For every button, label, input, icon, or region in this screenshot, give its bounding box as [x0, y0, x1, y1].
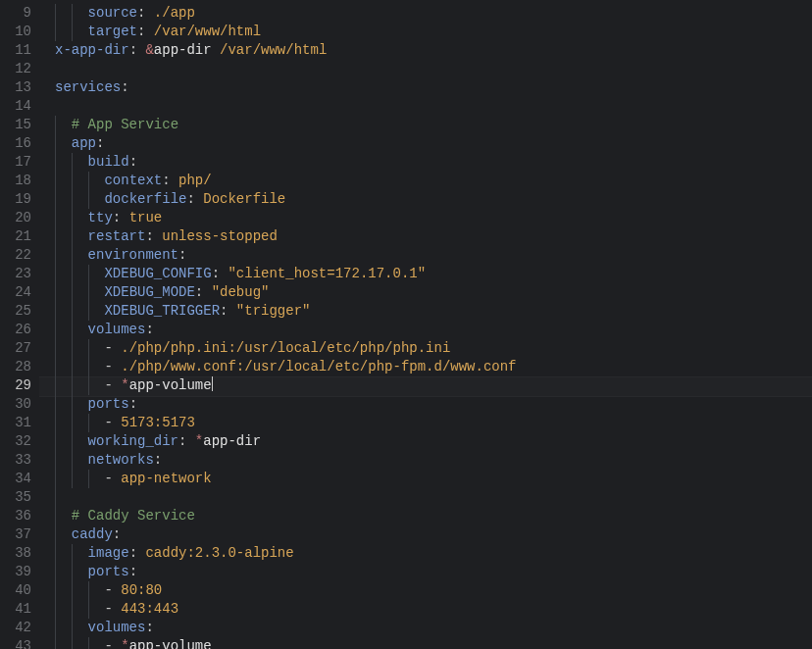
line-number: 14	[0, 97, 39, 116]
code-line[interactable]: networks:	[39, 451, 812, 470]
code-line[interactable]	[39, 488, 812, 507]
code-line[interactable]: - *app-volume	[39, 637, 812, 649]
code-line[interactable]: restart: unless-stopped	[39, 227, 812, 246]
line-number: 19	[0, 190, 39, 209]
code-line[interactable]: - app-network	[39, 470, 812, 488]
code-content[interactable]: source: ./app target: /var/www/htmlx-app…	[39, 0, 812, 649]
line-number: 11	[0, 41, 39, 60]
code-line[interactable]: tty: true	[39, 209, 812, 227]
code-line[interactable]	[39, 60, 812, 78]
line-number: 26	[0, 321, 39, 339]
line-number-gutter: 9101112131415161718192021222324252627282…	[0, 0, 39, 649]
line-number: 40	[0, 581, 39, 600]
line-number: 27	[0, 339, 39, 358]
line-number: 16	[0, 134, 39, 153]
line-number: 43	[0, 637, 39, 649]
line-number: 21	[0, 227, 39, 246]
line-number: 29	[0, 376, 39, 395]
code-line[interactable]: image: caddy:2.3.0-alpine	[39, 544, 812, 563]
code-line[interactable]: # Caddy Service	[39, 507, 812, 525]
code-line[interactable]: services:	[39, 78, 812, 97]
line-number: 42	[0, 619, 39, 637]
code-line[interactable]: working_dir: *app-dir	[39, 432, 812, 451]
code-editor[interactable]: 9101112131415161718192021222324252627282…	[0, 0, 812, 649]
code-line[interactable]: - 80:80	[39, 581, 812, 600]
line-number: 22	[0, 246, 39, 265]
line-number: 17	[0, 153, 39, 172]
line-number: 18	[0, 172, 39, 190]
code-line[interactable]: volumes:	[39, 321, 812, 339]
code-line[interactable]: dockerfile: Dockerfile	[39, 190, 812, 209]
code-line[interactable]: XDEBUG_TRIGGER: "trigger"	[39, 302, 812, 321]
code-line[interactable]: volumes:	[39, 619, 812, 637]
code-line[interactable]: - ./php/www.conf:/usr/local/etc/php-fpm.…	[39, 358, 812, 376]
line-number: 10	[0, 23, 39, 41]
code-line[interactable]: - *app-volume	[39, 376, 812, 395]
line-number: 39	[0, 563, 39, 581]
code-line[interactable]: source: ./app	[39, 4, 812, 23]
code-line[interactable]: environment:	[39, 246, 812, 265]
code-line[interactable]: XDEBUG_MODE: "debug"	[39, 283, 812, 302]
line-number: 41	[0, 600, 39, 619]
code-line[interactable]: target: /var/www/html	[39, 23, 812, 41]
line-number: 34	[0, 470, 39, 488]
code-line[interactable]	[39, 97, 812, 116]
line-number: 38	[0, 544, 39, 563]
line-number: 31	[0, 414, 39, 432]
code-line[interactable]: ports:	[39, 563, 812, 581]
text-cursor	[212, 376, 213, 391]
line-number: 20	[0, 209, 39, 227]
code-line[interactable]: build:	[39, 153, 812, 172]
line-number: 12	[0, 60, 39, 78]
line-number: 36	[0, 507, 39, 525]
line-number: 33	[0, 451, 39, 470]
code-line[interactable]: - ./php/php.ini:/usr/local/etc/php/php.i…	[39, 339, 812, 358]
line-number: 25	[0, 302, 39, 321]
code-line[interactable]: caddy:	[39, 525, 812, 544]
code-line[interactable]: ports:	[39, 395, 812, 414]
code-line[interactable]: x-app-dir: &app-dir /var/www/html	[39, 41, 812, 60]
code-line[interactable]: app:	[39, 134, 812, 153]
code-line[interactable]: - 443:443	[39, 600, 812, 619]
line-number: 24	[0, 283, 39, 302]
code-line[interactable]: XDEBUG_CONFIG: "client_host=172.17.0.1"	[39, 265, 812, 283]
line-number: 28	[0, 358, 39, 376]
code-line[interactable]: context: php/	[39, 172, 812, 190]
line-number: 13	[0, 78, 39, 97]
line-number: 30	[0, 395, 39, 414]
line-number: 37	[0, 525, 39, 544]
code-line[interactable]: # App Service	[39, 116, 812, 134]
line-number: 23	[0, 265, 39, 283]
line-number: 9	[0, 4, 39, 23]
current-line-highlight	[39, 376, 812, 397]
code-line[interactable]: - 5173:5173	[39, 414, 812, 432]
line-number: 32	[0, 432, 39, 451]
line-number: 35	[0, 488, 39, 507]
line-number: 15	[0, 116, 39, 134]
